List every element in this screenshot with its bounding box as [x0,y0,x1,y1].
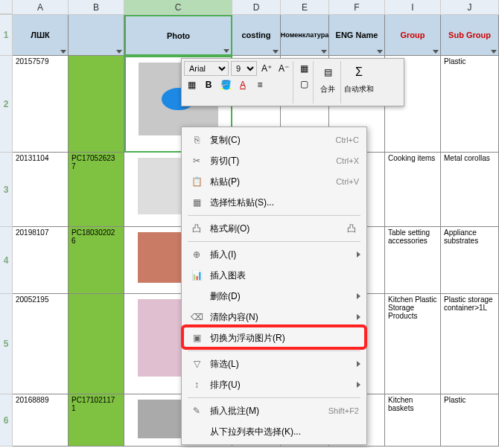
filter-icon[interactable] [273,50,279,54]
cell[interactable]: PC17052623 7 [69,153,124,227]
paste-icon: 📋 [189,176,204,187]
ctx-label: 复制(C) [210,134,336,147]
chevron-right-icon [357,314,360,320]
header-b[interactable] [69,15,124,56]
paste-special-icon: ▦ [189,197,204,208]
cell[interactable]: Kitchen Plastic Storage Products [385,294,441,394]
format-icon[interactable]: ▢ [296,77,311,92]
cut-icon: ✂ [189,156,204,166]
col-header-c[interactable]: C [124,0,232,14]
row-header-4[interactable]: 4 [0,227,13,294]
autosum-label: 自动求和 [344,84,374,95]
cell[interactable] [69,56,124,153]
comment-icon: ✎ [189,406,204,416]
header-a[interactable]: ЛШК [13,15,69,56]
ctx-delete[interactable]: 删除(D) [182,286,366,307]
cell[interactable]: 20052195 [13,294,69,394]
bold-button[interactable]: B [201,77,216,92]
header-label: Sub Group [448,31,491,39]
header-i[interactable]: Group [385,15,441,56]
row-header-1[interactable]: 1 [0,15,13,56]
header-c[interactable]: Photo [124,15,232,56]
row-header-2[interactable]: 2 [0,56,13,153]
ctx-sort[interactable]: ↕排序(U) [182,374,366,395]
row-header-6[interactable]: 6 [0,394,13,447]
ctx-label: 排序(U) [210,379,359,391]
chevron-right-icon [357,361,360,367]
row-header-3[interactable]: 3 [0,153,13,227]
table-icon[interactable]: ▦ [184,77,199,92]
col-header-a[interactable]: A [13,0,69,14]
cell[interactable]: PC17102117 1 [69,394,124,447]
ctx-label: 插入批注(M) [210,405,328,417]
cell[interactable]: 20168889 [13,394,69,447]
col-header-e[interactable]: E [281,0,329,14]
ctx-paste-special[interactable]: ▦选择性粘贴(S)... [182,192,366,213]
merge-icon[interactable]: ▤ [317,61,339,83]
cell[interactable]: Cooking items [385,153,441,227]
filter-icon[interactable] [321,50,327,54]
ctx-insert-comment[interactable]: ✎插入批注(M)Shift+F2 [182,400,366,421]
ctx-format-brush[interactable]: 凸格式刷(O)凸 [182,218,366,239]
ctx-label: 清除内容(N) [210,311,359,324]
cell[interactable]: Appliance substrates [441,227,499,294]
autosum-icon[interactable]: Σ [348,61,370,83]
header-label: ENG Name [336,31,378,39]
col-header-d[interactable]: D [232,0,281,14]
filter-icon[interactable] [116,50,122,54]
filter-icon[interactable] [223,49,229,53]
ctx-float-image[interactable]: ▣切换为浮动图片(R) [182,327,366,348]
brush-icon: 凸 [189,223,204,235]
row-header-5[interactable]: 5 [0,294,13,394]
col-header-i[interactable]: I [385,0,441,14]
increase-font-icon[interactable]: A⁺ [259,61,274,76]
fill-color-icon[interactable]: 🪣 [218,77,233,92]
chevron-right-icon [357,252,360,257]
cell[interactable]: 20131104 [13,153,69,227]
ctx-dropdown-select[interactable]: 从下拉列表中选择(K)... [182,421,366,442]
cell[interactable]: Metal corollas [441,153,499,227]
cell[interactable]: Plastic [441,56,499,153]
cell[interactable]: 20157579 [13,56,69,153]
ctx-shortcut: Ctrl+X [336,156,359,165]
cell[interactable]: Plastic [441,394,499,447]
ctx-clear[interactable]: ⌫清除内容(N) [182,307,366,327]
cell[interactable]: Kitchen baskets [385,394,441,447]
header-label: Photo [167,31,190,40]
size-select[interactable]: 9 [231,61,257,76]
ctx-insert-chart[interactable]: 📊插入图表 [182,265,366,286]
ctx-cut[interactable]: ✂剪切(T)Ctrl+X [182,150,366,171]
filter-icon[interactable] [377,50,383,54]
header-d[interactable]: costing [232,15,281,56]
corner-cell[interactable] [0,0,13,14]
ctx-shortcut: Ctrl+V [336,177,359,186]
border-icon[interactable]: ▦ [296,61,311,76]
ctx-insert[interactable]: ⊕插入(I) [182,244,366,265]
cell[interactable]: PC18030202 6 [69,227,124,294]
col-header-j[interactable]: J [441,0,499,14]
col-header-b[interactable]: B [69,0,124,14]
separator [188,241,360,242]
font-select[interactable]: Arial [184,61,229,76]
filter-icon[interactable] [433,50,439,54]
align-icon[interactable]: ≡ [252,77,267,92]
clear-icon: ⌫ [189,312,204,322]
filter-icon: ▽ [189,359,204,369]
font-color-icon[interactable]: A [235,77,250,92]
cell[interactable]: Table setting accessories [385,227,441,294]
chart-icon: 📊 [189,270,204,281]
filter-icon[interactable] [60,50,66,54]
cell[interactable] [69,294,124,394]
header-e[interactable]: Номенклатура [281,15,329,56]
decrease-font-icon[interactable]: A⁻ [276,61,291,76]
ctx-paste[interactable]: 📋粘贴(P)Ctrl+V [182,171,366,192]
header-f[interactable]: ENG Name [329,15,385,56]
ctx-filter[interactable]: ▽筛选(L) [182,353,366,374]
cell[interactable]: 20198107 [13,227,69,294]
header-j[interactable]: Sub Group [441,15,499,56]
filter-icon[interactable] [491,50,497,54]
cell[interactable]: Plastic storage container>1L [441,294,499,394]
col-header-f[interactable]: F [329,0,385,14]
image-icon: ▣ [189,333,204,343]
ctx-copy[interactable]: ⎘复制(C)Ctrl+C [182,129,366,150]
